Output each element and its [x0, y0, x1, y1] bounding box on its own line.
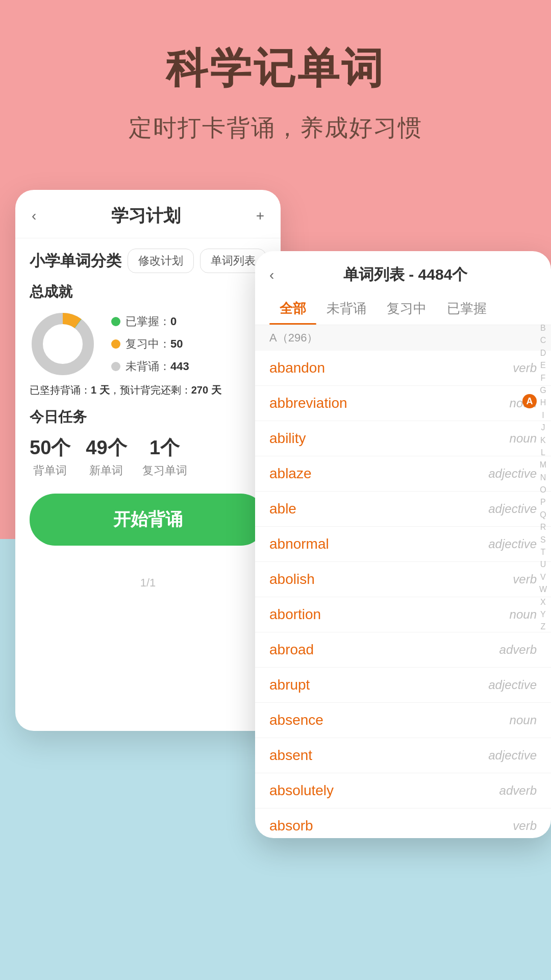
stat-recite-label: 背单词: [30, 463, 70, 478]
modify-plan-button[interactable]: 修改计划: [128, 249, 194, 273]
category-label: 小学单词分类: [30, 251, 121, 272]
word-pos-abrupt: adjective: [488, 678, 537, 692]
word-card-header: ‹ 单词列表 - 4484个: [255, 251, 551, 285]
alpha-c[interactable]: C: [540, 335, 546, 346]
word-text-able: able: [269, 501, 296, 517]
btn-group: 修改计划 单词列表: [128, 249, 266, 273]
legend-dot-mastered: [111, 317, 120, 326]
word-item-abnormal[interactable]: abnormal adjective: [255, 527, 551, 562]
tab-unlearned[interactable]: 未背诵: [316, 293, 377, 325]
left-card-header: ‹ 学习计划 +: [15, 190, 281, 238]
alpha-s[interactable]: S: [540, 534, 546, 546]
word-text-abrupt: abrupt: [269, 677, 310, 693]
alpha-g[interactable]: G: [540, 385, 546, 396]
donut-svg: [30, 311, 96, 377]
word-item-abrupt[interactable]: abrupt adjective: [255, 668, 551, 703]
alpha-f[interactable]: F: [541, 373, 546, 384]
alpha-i[interactable]: I: [542, 410, 544, 421]
word-text-ability: ability: [269, 430, 306, 447]
word-text-abandon: abandon: [269, 360, 325, 376]
alpha-q[interactable]: Q: [540, 509, 546, 521]
word-item-able[interactable]: able adjective: [255, 492, 551, 527]
alpha-x[interactable]: X: [540, 597, 546, 608]
alpha-p[interactable]: P: [540, 497, 546, 508]
right-back-button[interactable]: ‹: [269, 267, 274, 283]
word-item-absorb[interactable]: absorb verb: [255, 808, 551, 838]
left-back-button[interactable]: ‹: [32, 208, 36, 224]
word-text-absolutely: absolutely: [269, 782, 334, 799]
alpha-b[interactable]: B: [540, 323, 546, 334]
left-add-button[interactable]: +: [256, 208, 264, 224]
stat-recite: 50个 背单词: [30, 435, 70, 478]
word-item-ablaze[interactable]: ablaze adjective: [255, 456, 551, 492]
alpha-z[interactable]: Z: [541, 621, 546, 632]
word-text-abortion: abortion: [269, 606, 321, 623]
cards-container: ‹ 学习计划 + 小学单词分类 修改计划 单词列表 总成就: [0, 175, 551, 838]
word-pos-abolish: verb: [513, 572, 537, 586]
tab-all[interactable]: 全部: [269, 293, 316, 325]
achievement-label: 总成就: [30, 282, 266, 302]
category-row: 小学单词分类 修改计划 单词列表: [30, 249, 266, 273]
word-item-abolish[interactable]: abolish verb: [255, 562, 551, 597]
hero-subtitle: 定时打卡背诵，养成好习惯: [0, 112, 551, 144]
start-recite-button[interactable]: 开始背诵: [30, 494, 266, 546]
legend-mastered-text: 已掌握：0: [126, 314, 177, 329]
word-list: abandon verb abbreviation noun ability n…: [255, 351, 551, 838]
alpha-h[interactable]: H: [540, 397, 546, 408]
alpha-d[interactable]: D: [540, 348, 546, 359]
word-item-absent[interactable]: absent adjective: [255, 738, 551, 773]
legend-mastered: 已掌握：0: [111, 314, 189, 329]
word-text-abbreviation: abbreviation: [269, 395, 347, 411]
word-text-absence: absence: [269, 712, 323, 728]
word-item-abortion[interactable]: abortion noun: [255, 597, 551, 632]
alpha-badge-a: A: [522, 394, 537, 408]
alpha-k[interactable]: K: [540, 435, 546, 446]
word-item-absence[interactable]: absence noun: [255, 703, 551, 738]
legend-reviewing-text: 复习中：50: [126, 336, 183, 352]
word-item-abbreviation[interactable]: abbreviation noun: [255, 386, 551, 421]
alpha-r[interactable]: R: [540, 522, 546, 533]
svg-point-3: [43, 325, 82, 363]
legend-unlearned: 未背诵：443: [111, 359, 189, 374]
word-pos-abortion: noun: [510, 607, 537, 622]
word-item-ability[interactable]: ability noun: [255, 421, 551, 456]
page-indicator: 1/1: [30, 576, 266, 590]
left-card-body: 小学单词分类 修改计划 单词列表 总成就: [15, 238, 281, 600]
alpha-y[interactable]: Y: [540, 609, 546, 620]
alpha-m[interactable]: M: [540, 459, 546, 471]
persist-text: 已坚持背诵：1 天，预计背完还剩：270 天: [30, 383, 266, 397]
alpha-t[interactable]: T: [541, 547, 546, 558]
stat-new: 49个 新单词: [86, 435, 127, 478]
alpha-n[interactable]: N: [540, 472, 546, 483]
stat-recite-num: 50个: [30, 435, 70, 461]
word-item-abroad[interactable]: abroad adverb: [255, 632, 551, 668]
word-pos-ablaze: adjective: [488, 467, 537, 481]
task-stats: 50个 背单词 49个 新单词 1个 复习单词: [30, 435, 266, 478]
legend-area: 已掌握：0 复习中：50 未背诵：443: [111, 314, 189, 374]
alpha-w[interactable]: W: [539, 584, 547, 595]
alpha-l[interactable]: L: [541, 447, 545, 458]
tab-reviewing[interactable]: 复习中: [377, 293, 437, 325]
today-task-label: 今日任务: [30, 407, 266, 427]
tab-mastered[interactable]: 已掌握: [437, 293, 497, 325]
alpha-j[interactable]: J: [541, 422, 545, 433]
word-pos-abnormal: adjective: [488, 537, 537, 551]
alpha-u[interactable]: U: [540, 559, 546, 570]
word-text-ablaze: ablaze: [269, 465, 312, 482]
stat-new-num: 49个: [86, 435, 127, 461]
word-text-abroad: abroad: [269, 642, 314, 658]
alpha-o[interactable]: O: [540, 484, 546, 496]
donut-chart: [30, 311, 96, 377]
word-pos-ability: noun: [510, 431, 537, 446]
word-item-abandon[interactable]: abandon verb: [255, 351, 551, 386]
alpha-e[interactable]: E: [540, 360, 546, 371]
stat-new-label: 新单词: [86, 463, 127, 478]
word-tabs: 全部 未背诵 复习中 已掌握: [255, 293, 551, 325]
word-pos-absence: noun: [510, 713, 537, 727]
alpha-v[interactable]: V: [540, 572, 546, 583]
word-text-absent: absent: [269, 747, 312, 764]
word-item-absolutely[interactable]: absolutely adverb: [255, 773, 551, 808]
word-pos-absolutely: adverb: [499, 783, 537, 798]
word-pos-able: adjective: [488, 502, 537, 516]
hero-title: 科学记单词: [0, 41, 551, 97]
